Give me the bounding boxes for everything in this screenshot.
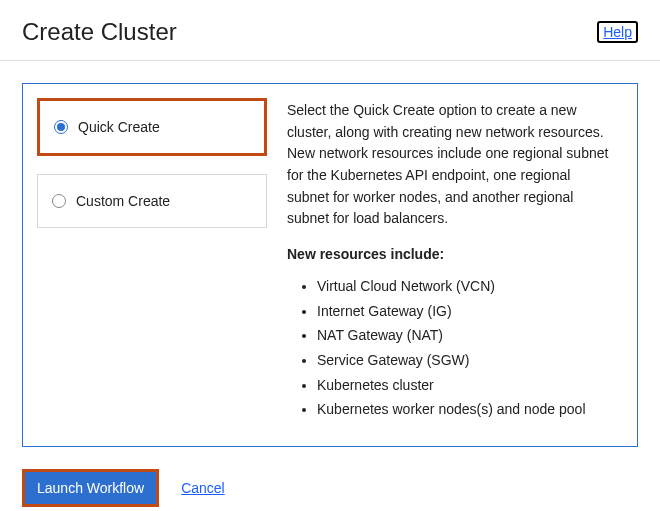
description-column: Select the Quick Create option to create… — [267, 98, 623, 432]
resources-heading: New resources include: — [287, 244, 615, 266]
create-options-panel: Quick Create Custom Create Select the Qu… — [22, 83, 638, 447]
list-item: Kubernetes worker nodes(s) and node pool — [317, 399, 615, 421]
list-item: Internet Gateway (IG) — [317, 301, 615, 323]
help-link[interactable]: Help — [597, 21, 638, 43]
actions-row: Launch Workflow Cancel — [0, 447, 660, 511]
radio-icon — [52, 194, 66, 208]
option-label: Quick Create — [78, 119, 160, 135]
launch-workflow-button[interactable]: Launch Workflow — [22, 469, 159, 507]
options-column: Quick Create Custom Create — [37, 98, 267, 432]
option-label: Custom Create — [76, 193, 170, 209]
description-intro: Select the Quick Create option to create… — [287, 100, 615, 230]
page-title: Create Cluster — [22, 18, 177, 46]
list-item: Kubernetes cluster — [317, 375, 615, 397]
radio-icon — [54, 120, 68, 134]
page-header: Create Cluster Help — [0, 0, 660, 61]
cancel-link[interactable]: Cancel — [181, 480, 225, 496]
option-custom-create[interactable]: Custom Create — [37, 174, 267, 228]
list-item: Service Gateway (SGW) — [317, 350, 615, 372]
resources-list: Virtual Cloud Network (VCN) Internet Gat… — [287, 276, 615, 421]
list-item: Virtual Cloud Network (VCN) — [317, 276, 615, 298]
list-item: NAT Gateway (NAT) — [317, 325, 615, 347]
option-quick-create[interactable]: Quick Create — [37, 98, 267, 156]
